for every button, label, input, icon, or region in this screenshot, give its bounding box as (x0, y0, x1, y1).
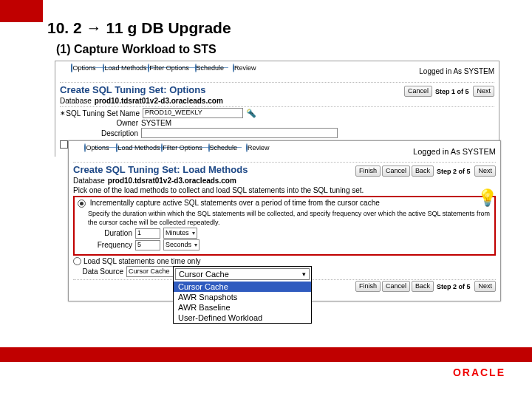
sts-name-label: SQL Tuning Set Name (66, 109, 143, 117)
oracle-logo: ORACLE (453, 366, 505, 378)
data-source-label: Data Source (79, 267, 126, 276)
step-indicator-2: Step 2 of 5 (437, 168, 471, 175)
slide-subtitle: (1) Capture Workload to STS (56, 43, 216, 56)
step2-options: Options (86, 144, 109, 151)
onetime-radio[interactable] (73, 257, 81, 265)
description-label: Description (64, 129, 141, 137)
wizard-train-2: Options Load Methods Filter Options Sche… (69, 144, 500, 160)
step-load-methods: Load Methods (104, 64, 146, 72)
wizard-train-1: Options Load Methods Filter Options Sche… (55, 64, 499, 81)
incremental-label: Incrementally capture active SQL stateme… (90, 199, 380, 207)
empty-sts-checkbox[interactable] (60, 140, 68, 149)
login-text-1: Logged in As SYSTEM (419, 67, 494, 75)
db-label-2: Database (73, 177, 105, 185)
cancel-button-2[interactable]: Cancel (382, 166, 410, 177)
description-input[interactable] (141, 128, 338, 138)
next-button-bottom[interactable]: Next (474, 281, 496, 292)
highlighted-option-box: Incrementally capture active SQL stateme… (73, 196, 496, 256)
db-value-1: prod10.tdsrat01v2-d3.oracleads.com (95, 97, 223, 105)
step-indicator-1: Step 1 of 5 (435, 88, 469, 95)
login-text-2: Logged in As SYSTEM (413, 147, 496, 156)
step2-filter-options: Filter Options (163, 144, 202, 151)
db-value-2: prod10.tdsrat01v2-d3.oracleads.com (108, 177, 236, 185)
back-button-bottom[interactable]: Back (412, 281, 434, 292)
incremental-detail: Specify the duration within which the SQ… (88, 209, 491, 227)
frequency-input[interactable]: 5 (135, 240, 160, 250)
slide-title: 10. 2 → 11 g DB Upgrade (47, 19, 231, 37)
lightbulb-icon: 💡 (477, 188, 497, 208)
finish-button[interactable]: Finish (355, 166, 381, 177)
flashlight-icon[interactable]: 🔦 (246, 109, 256, 118)
cancel-button-1[interactable]: Cancel (404, 86, 432, 97)
incremental-radio[interactable] (78, 200, 86, 208)
step-filter-options: Filter Options (149, 64, 189, 72)
step-indicator-bottom: Step 2 of 5 (437, 283, 471, 290)
step-options: Options (72, 64, 95, 72)
step2-review: Review (248, 144, 270, 151)
dropdown-selected[interactable]: Cursor Cache ▾ (175, 268, 310, 280)
dropdown-option-awr-baseline[interactable]: AWR Baseline (174, 302, 311, 313)
duration-input[interactable]: 1 (135, 228, 160, 239)
footer-bar (0, 347, 532, 362)
step2-schedule: Schedule (210, 144, 238, 151)
frequency-unit-select[interactable]: Seconds▾ (163, 239, 200, 250)
data-source-dropdown: Cursor Cache ▾ Cursor Cache AWR Snapshot… (173, 266, 312, 324)
db-label-1: Database (60, 97, 92, 105)
frequency-label: Frequency (88, 241, 135, 249)
red-corner-decoration (0, 0, 43, 22)
step-review: Review (234, 64, 256, 72)
next-button-1[interactable]: Next (473, 86, 494, 97)
dropdown-caret-icon: ▾ (302, 270, 306, 278)
step2-load-methods: Load Methods (117, 144, 160, 151)
back-button-top[interactable]: Back (412, 166, 434, 177)
dropdown-option-awr-snapshots[interactable]: AWR Snapshots (174, 292, 311, 302)
cancel-button-bottom[interactable]: Cancel (382, 281, 410, 292)
duration-unit-select[interactable]: Minutes▾ (163, 228, 197, 239)
load-methods-instruction: Pick one of the load methods to collect … (73, 186, 496, 194)
onetime-label: Load SQL statements one time only (83, 257, 201, 265)
step-schedule: Schedule (197, 64, 225, 72)
owner-label: Owner (64, 119, 141, 127)
sts-name-input[interactable]: PROD10_WEEKLY (143, 108, 243, 118)
dropdown-option-user-defined[interactable]: User-Defined Workload (174, 313, 311, 323)
finish-button-bottom[interactable]: Finish (355, 281, 381, 292)
next-button-2[interactable]: Next (474, 166, 496, 177)
duration-label: Duration (88, 229, 135, 237)
dropdown-option-cursor-cache[interactable]: Cursor Cache (174, 282, 311, 292)
owner-value: SYSTEM (141, 119, 171, 127)
